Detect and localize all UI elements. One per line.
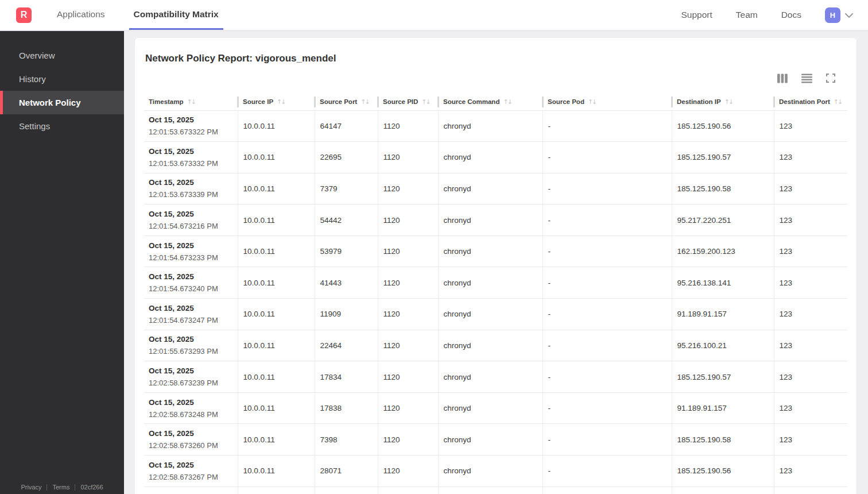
cell-source-pod: - xyxy=(542,456,672,487)
cell-timestamp: Oct 15, 2025 12:01:54.673247 PM xyxy=(144,299,238,330)
cell-destination-port: 123 xyxy=(774,110,847,142)
column-header-source-pod[interactable]: Source Pod↑↓ xyxy=(542,94,672,110)
table-row: Oct 15, 2025 12:01:55.673293 PM 10.0.0.1… xyxy=(144,330,847,361)
column-label: Destination IP xyxy=(677,98,721,105)
sort-icon[interactable]: ↑↓ xyxy=(834,98,842,106)
table-row: Oct 15, 2025 12:01:53.673339 PM 10.0.0.1… xyxy=(144,173,847,204)
table-row: Oct 15, 2025 12:02:58.673267 PM 10.0.0.1… xyxy=(144,456,847,487)
fullscreen-button[interactable] xyxy=(824,74,837,85)
timestamp-date: Oct 15, 2025 xyxy=(149,334,238,344)
avatar[interactable]: H xyxy=(825,7,840,23)
column-header-source-ip[interactable]: Source IP↑↓ xyxy=(238,94,315,110)
cell-timestamp: Oct 15, 2025 12:01:53.673332 PM xyxy=(144,142,238,173)
user-menu[interactable]: H xyxy=(825,7,853,23)
table-header: Timestamp↑↓ Source IP↑↓ Source Port↑↓ So… xyxy=(144,94,847,110)
cell-destination-port: 123 xyxy=(774,299,847,330)
sidebar-item-history[interactable]: History xyxy=(0,67,124,91)
sort-icon[interactable]: ↑↓ xyxy=(361,98,369,106)
terms-link[interactable]: Terms xyxy=(52,484,69,491)
cell-source-command xyxy=(438,487,542,494)
sort-icon[interactable]: ↑↓ xyxy=(277,98,285,106)
cell-timestamp: Oct 15, 2025 12:01:54.673240 PM xyxy=(144,267,238,299)
cell-source-pod: - xyxy=(542,173,672,204)
timestamp-date: Oct 15, 2025 xyxy=(149,397,238,407)
sidebar-item-overview[interactable]: Overview xyxy=(0,44,124,67)
cell-source-ip: 10.0.0.11 xyxy=(238,110,315,142)
column-header-timestamp[interactable]: Timestamp↑↓ xyxy=(144,94,238,110)
main-content: Network Policy Report: vigorous_mendel xyxy=(124,31,868,494)
timestamp-time: 12:02:58.673239 PM xyxy=(149,378,238,388)
sidebar-item-network-policy[interactable]: Network Policy xyxy=(0,91,124,114)
chevron-down-icon[interactable] xyxy=(845,10,853,20)
app-logo[interactable]: R xyxy=(16,7,32,23)
column-header-source-pid[interactable]: Source PID↑↓ xyxy=(378,94,438,110)
table-row: Oct 15, 2025 12:01:54.673247 PM 10.0.0.1… xyxy=(144,299,847,330)
cell-timestamp: Oct 15, 2025 12:01:53.673339 PM xyxy=(144,173,238,204)
cell-timestamp: Oct 15, 2025 12:02:58.673239 PM xyxy=(144,361,238,393)
table-row: Oct 15, 2025 12:01:54.673216 PM 10.0.0.1… xyxy=(144,204,847,236)
cell-timestamp: Oct 15, 2025 12:01:54.673216 PM xyxy=(144,204,238,236)
cell-destination-ip xyxy=(672,487,774,494)
column-header-source-command[interactable]: Source Command↑↓ xyxy=(438,94,542,110)
cell-source-ip: 10.0.0.11 xyxy=(238,173,315,204)
cell-source-command: chronyd xyxy=(438,361,542,393)
cell-timestamp: Oct 15, 2025 12:01:55.673293 PM xyxy=(144,330,238,361)
column-header-destination-ip[interactable]: Destination IP↑↓ xyxy=(672,94,774,110)
timestamp-time: 12:01:55.673293 PM xyxy=(149,346,238,356)
cell-source-pod: - xyxy=(542,330,672,361)
cell-destination-port: 123 xyxy=(774,361,847,393)
sidebar-item-settings[interactable]: Settings xyxy=(0,114,124,138)
cell-timestamp: Oct 15, 2025 xyxy=(144,487,238,494)
table-toolbar xyxy=(144,74,857,85)
column-header-destination-port[interactable]: Destination Port↑↓ xyxy=(774,94,847,110)
rows-icon xyxy=(801,74,812,86)
row-density-button[interactable] xyxy=(800,74,813,85)
timestamp-date: Oct 15, 2025 xyxy=(149,460,238,470)
cell-destination-port: 123 xyxy=(774,236,847,267)
support-link[interactable]: Support xyxy=(681,10,712,20)
cell-source-ip: 10.0.0.11 xyxy=(238,424,315,456)
sort-icon[interactable]: ↑↓ xyxy=(503,98,511,106)
tab-applications[interactable]: Applications xyxy=(52,0,110,30)
cell-source-pod: - xyxy=(542,424,672,456)
timestamp-time: 12:01:53.673332 PM xyxy=(149,159,238,168)
cell-source-ip: 10.0.0.11 xyxy=(238,361,315,393)
top-nav-right: Support Team Docs H xyxy=(681,0,868,30)
page-title: Network Policy Report: vigorous_mendel xyxy=(144,38,857,64)
cell-source-pod xyxy=(542,487,672,494)
sort-icon[interactable]: ↑↓ xyxy=(187,98,195,106)
sort-icon[interactable]: ↑↓ xyxy=(724,98,733,106)
cell-source-pid: 1120 xyxy=(378,361,438,393)
docs-link[interactable]: Docs xyxy=(781,10,801,20)
timestamp-date: Oct 15, 2025 xyxy=(149,241,238,250)
cell-source-command: chronyd xyxy=(438,236,542,267)
sort-icon[interactable]: ↑↓ xyxy=(588,98,596,106)
top-nav: R Applications Compatibility Matrix Supp… xyxy=(0,0,868,30)
cell-source-port: 41443 xyxy=(315,267,378,299)
column-label: Source IP xyxy=(243,98,273,105)
cell-destination-ip: 95.217.220.251 xyxy=(672,204,774,236)
cell-destination-port: 123 xyxy=(774,424,847,456)
columns-view-button[interactable] xyxy=(776,74,789,85)
cell-source-ip: 10.0.0.11 xyxy=(238,330,315,361)
cell-source-pid: 1120 xyxy=(378,456,438,487)
cell-destination-ip: 162.159.200.123 xyxy=(672,236,774,267)
cell-destination-port xyxy=(774,487,847,494)
network-policy-table: Timestamp↑↓ Source IP↑↓ Source Port↑↓ So… xyxy=(144,94,847,494)
cell-destination-ip: 95.216.100.21 xyxy=(672,330,774,361)
sort-icon[interactable]: ↑↓ xyxy=(421,98,429,106)
cell-source-pod: - xyxy=(542,361,672,393)
column-header-source-port[interactable]: Source Port↑↓ xyxy=(315,94,378,110)
team-link[interactable]: Team xyxy=(736,10,758,20)
cell-destination-port: 123 xyxy=(774,392,847,424)
timestamp-time: 12:01:53.673339 PM xyxy=(149,190,238,199)
cell-source-port: 64147 xyxy=(315,110,378,142)
footer-divider xyxy=(46,484,47,491)
timestamp-time: 12:02:58.673248 PM xyxy=(149,410,238,419)
column-label: Timestamp xyxy=(149,98,184,105)
cell-timestamp: Oct 15, 2025 12:02:58.673260 PM xyxy=(144,424,238,456)
sidebar-nav: Overview History Network Policy Settings xyxy=(0,31,124,138)
footer-divider xyxy=(75,484,75,491)
privacy-link[interactable]: Privacy xyxy=(21,484,41,491)
tab-compatibility-matrix[interactable]: Compatibility Matrix xyxy=(129,0,223,30)
